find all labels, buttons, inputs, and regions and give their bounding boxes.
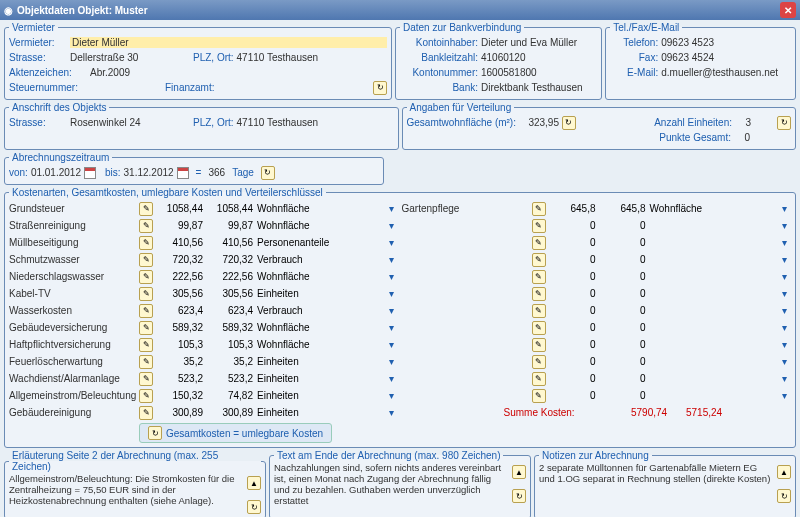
- cost-total[interactable]: 410,56: [157, 237, 207, 248]
- cost-allocatable[interactable]: 305,56: [207, 288, 257, 299]
- cost-key[interactable]: Wohnfläche: [650, 203, 778, 214]
- cost-key[interactable]: Wohnfläche: [257, 203, 385, 214]
- cost-edit-icon[interactable]: ✎: [532, 202, 546, 216]
- cost-edit-icon[interactable]: ✎: [139, 406, 153, 420]
- dropdown-icon[interactable]: ▾: [777, 203, 791, 214]
- cost-edit-icon[interactable]: ✎: [139, 355, 153, 369]
- close-icon[interactable]: ✕: [780, 2, 796, 18]
- cost-total[interactable]: 0: [550, 322, 600, 333]
- cost-allocatable[interactable]: 0: [600, 339, 650, 350]
- cost-allocatable[interactable]: 99,87: [207, 220, 257, 231]
- cost-edit-icon[interactable]: ✎: [139, 372, 153, 386]
- cost-edit-icon[interactable]: ✎: [139, 270, 153, 284]
- cost-key[interactable]: Verbrauch: [257, 254, 385, 265]
- obj-street[interactable]: Rosenwinkel 24: [70, 117, 190, 128]
- cost-name[interactable]: Müllbeseitigung: [9, 237, 139, 248]
- up-icon[interactable]: ▲: [512, 465, 526, 479]
- cost-name[interactable]: Feuerlöscherwartung: [9, 356, 139, 367]
- cost-edit-icon[interactable]: ✎: [532, 287, 546, 301]
- dropdown-icon[interactable]: ▾: [777, 237, 791, 248]
- cost-edit-icon[interactable]: ✎: [139, 321, 153, 335]
- dropdown-icon[interactable]: ▾: [385, 254, 399, 265]
- total-button[interactable]: ↻Gesamtkosten = umlegbare Kosten: [139, 423, 332, 443]
- cost-allocatable[interactable]: 1058,44: [207, 203, 257, 214]
- obj-plz[interactable]: 47110 Testhausen: [237, 117, 319, 128]
- calendar-icon[interactable]: [84, 167, 96, 179]
- contact-fax[interactable]: 09623 4524: [661, 52, 714, 63]
- cost-total[interactable]: 0: [550, 254, 600, 265]
- cost-total[interactable]: 523,2: [157, 373, 207, 384]
- note1-text[interactable]: Allgemeinstrom/Beleuchtung: Die Stromkos…: [9, 474, 243, 514]
- up-icon[interactable]: ▲: [777, 465, 791, 479]
- cost-total[interactable]: 0: [550, 356, 600, 367]
- cost-edit-icon[interactable]: ✎: [139, 236, 153, 250]
- cost-total[interactable]: 0: [550, 305, 600, 316]
- cost-allocatable[interactable]: 0: [600, 288, 650, 299]
- cost-allocatable[interactable]: 0: [600, 322, 650, 333]
- cost-allocatable[interactable]: 523,2: [207, 373, 257, 384]
- cost-total[interactable]: 720,32: [157, 254, 207, 265]
- dropdown-icon[interactable]: ▾: [385, 305, 399, 316]
- cost-total[interactable]: 105,3: [157, 339, 207, 350]
- cost-total[interactable]: 0: [550, 390, 600, 401]
- cost-name[interactable]: Gartenpflege: [402, 203, 532, 214]
- calendar-icon[interactable]: [177, 167, 189, 179]
- cost-name[interactable]: Straßenreinigung: [9, 220, 139, 231]
- cost-key[interactable]: Verbrauch: [257, 305, 385, 316]
- cost-total[interactable]: 0: [550, 271, 600, 282]
- note2-text[interactable]: Nachzahlungen sind, sofern nichts andere…: [274, 463, 508, 507]
- cost-name[interactable]: Gebäudereinigung: [9, 407, 139, 418]
- cost-key[interactable]: Einheiten: [257, 407, 385, 418]
- dropdown-icon[interactable]: ▾: [777, 339, 791, 350]
- contact-tel[interactable]: 09623 4523: [661, 37, 714, 48]
- area-refresh-icon[interactable]: ↻: [562, 116, 576, 130]
- cost-allocatable[interactable]: 0: [600, 373, 650, 384]
- cost-key[interactable]: Wohnfläche: [257, 271, 385, 282]
- dropdown-icon[interactable]: ▾: [385, 339, 399, 350]
- cost-total[interactable]: 1058,44: [157, 203, 207, 214]
- landlord-plz[interactable]: 47110 Testhausen: [237, 52, 319, 63]
- cost-key[interactable]: Wohnfläche: [257, 220, 385, 231]
- cost-edit-icon[interactable]: ✎: [139, 287, 153, 301]
- dropdown-icon[interactable]: ▾: [777, 373, 791, 384]
- cost-total[interactable]: 99,87: [157, 220, 207, 231]
- cost-edit-icon[interactable]: ✎: [532, 270, 546, 284]
- cost-total[interactable]: 623,4: [157, 305, 207, 316]
- cost-key[interactable]: Einheiten: [257, 390, 385, 401]
- period-to[interactable]: 31.12.2012: [124, 167, 174, 178]
- cost-name[interactable]: Niederschlagswasser: [9, 271, 139, 282]
- cost-edit-icon[interactable]: ✎: [532, 219, 546, 233]
- cost-edit-icon[interactable]: ✎: [139, 202, 153, 216]
- dropdown-icon[interactable]: ▾: [385, 373, 399, 384]
- up-icon[interactable]: ▲: [247, 476, 261, 490]
- dropdown-icon[interactable]: ▾: [777, 356, 791, 367]
- cost-name[interactable]: Wasserkosten: [9, 305, 139, 316]
- cost-edit-icon[interactable]: ✎: [532, 304, 546, 318]
- landlord-name[interactable]: Dieter Müller: [70, 37, 387, 48]
- cost-allocatable[interactable]: 74,82: [207, 390, 257, 401]
- cost-key[interactable]: Wohnfläche: [257, 339, 385, 350]
- units-refresh-icon[interactable]: ↻: [777, 116, 791, 130]
- cost-key[interactable]: Einheiten: [257, 288, 385, 299]
- cost-allocatable[interactable]: 589,32: [207, 322, 257, 333]
- cost-edit-icon[interactable]: ✎: [532, 253, 546, 267]
- cost-allocatable[interactable]: 0: [600, 254, 650, 265]
- dropdown-icon[interactable]: ▾: [385, 390, 399, 401]
- cost-key[interactable]: Wohnfläche: [257, 322, 385, 333]
- period-refresh-icon[interactable]: ↻: [261, 166, 275, 180]
- landlord-file[interactable]: Abr.2009: [90, 67, 130, 78]
- cost-allocatable[interactable]: 720,32: [207, 254, 257, 265]
- cost-allocatable[interactable]: 0: [600, 237, 650, 248]
- dist-area[interactable]: 323,95: [519, 117, 559, 128]
- bank-owner[interactable]: Dieter und Eva Müller: [481, 37, 577, 48]
- cost-name[interactable]: Grundsteuer: [9, 203, 139, 214]
- cost-key[interactable]: Einheiten: [257, 373, 385, 384]
- cost-total[interactable]: 222,56: [157, 271, 207, 282]
- cost-edit-icon[interactable]: ✎: [139, 219, 153, 233]
- cost-edit-icon[interactable]: ✎: [532, 355, 546, 369]
- note3-text[interactable]: 2 separate Mülltonnen für Gartenabfälle …: [539, 463, 773, 503]
- cost-edit-icon[interactable]: ✎: [139, 304, 153, 318]
- dropdown-icon[interactable]: ▾: [777, 305, 791, 316]
- landlord-more-icon[interactable]: ↻: [373, 81, 387, 95]
- bank-name[interactable]: Direktbank Testhausen: [481, 82, 583, 93]
